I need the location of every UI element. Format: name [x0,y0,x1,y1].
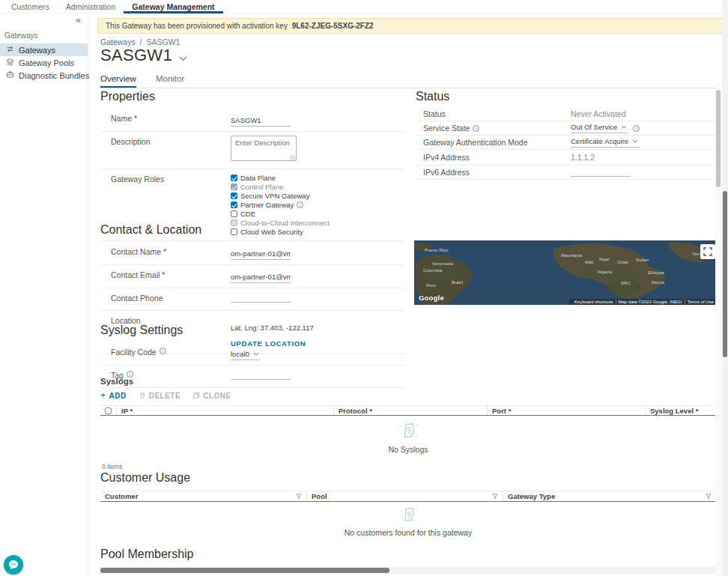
horizontal-scrollbar[interactable] [100,567,716,574]
info-icon[interactable] [160,348,166,354]
column-header-port[interactable]: Port * [488,406,646,415]
checkbox-data-plane[interactable]: Data Plane [231,174,404,182]
horizontal-scrollbar-thumb[interactable] [100,568,389,573]
help-chat-button[interactable] [4,555,23,575]
ipv6-input[interactable] [571,168,631,177]
activation-key: 9L62-ZJEG-5SXG-2FZ2 [292,22,374,30]
sidebar-item-label: Gateway Pools [19,58,74,67]
sidebar-item-label: Gateways [19,46,55,55]
filter-funnel-icon[interactable] [492,494,498,500]
sidebar-section-label: Gateways [4,31,88,40]
delete-syslog-button[interactable]: DELETE [139,392,181,400]
map-fullscreen-button[interactable] [700,244,715,259]
info-icon[interactable] [633,125,640,132]
service-state-select[interactable]: Out Of Service [571,123,628,133]
column-header-syslog-level[interactable]: Syslog Level * [646,406,716,415]
contact-name-input[interactable] [231,249,291,260]
content-vertical-scrollbar[interactable] [715,88,721,576]
map-label: Venezuela [432,261,454,266]
info-icon[interactable] [297,201,303,208]
name-input[interactable] [231,116,291,127]
map-label: Sudan [636,258,649,262]
contact-email-input[interactable] [231,273,291,283]
contact-name-row: Contact Name * [100,242,404,265]
map-label: DRC [621,281,631,285]
name-field-row: Name * [100,109,404,132]
sidebar: « Gateways Gateways Gateway Pools Diagno… [0,13,88,576]
nav-tab-gateway-management[interactable]: Gateway Management [124,0,222,13]
sidebar-item-gateways[interactable]: Gateways [0,43,88,56]
keyboard-shortcuts-link[interactable]: Keyboard shortcuts [572,300,616,304]
terms-of-use-link[interactable]: Terms of Use [685,300,716,304]
empty-state-text: No Syslogs [388,445,428,454]
description-textarea[interactable] [231,136,297,161]
syslogs-toolbar: ADD DELETE CLONE [100,390,716,401]
column-header-pool[interactable]: Pool [307,491,503,501]
column-header-protocol[interactable]: Protocol * [334,406,488,415]
column-header-customer[interactable]: Customer [100,491,307,501]
status-value: Never Activated [571,109,626,118]
map-label: Mauritania [561,253,583,258]
column-header-ip[interactable]: IP * [117,406,334,415]
nav-tab-administration[interactable]: Administration [58,0,124,13]
checkbox-cde[interactable]: CDE [231,210,404,218]
sidebar-item-gateway-pools[interactable]: Gateway Pools [0,56,88,69]
map-label: Chad [617,260,628,264]
checkbox-label: Data Plane [240,174,276,182]
sidebar-item-label: Diagnostic Bundles [19,71,89,80]
info-icon[interactable] [473,125,479,132]
page-title: SASGW1 [100,46,172,65]
tab-overview[interactable]: Overview [100,74,136,87]
resize-grip-icon[interactable] [290,155,295,160]
checkbox-secure-vpn-gateway[interactable]: Secure VPN Gateway [231,192,404,200]
checkbox-partner-gateway[interactable]: Partner Gateway [231,201,404,209]
facility-code-select[interactable]: local0 [231,350,261,360]
description-field-row: Description [100,132,404,169]
page-vertical-scrollbar[interactable] [722,0,728,576]
ipv6-row: IPv6 Address [416,166,719,180]
map-label: Mali [585,260,593,264]
contact-email-label: Contact Email * [111,269,231,283]
contact-phone-input[interactable] [231,294,291,303]
auth-mode-row: Gateway Authentication Mode Certificate … [416,136,719,150]
map-label: Puerto Rico [425,248,449,252]
properties-heading: Properties [100,90,404,103]
add-syslog-button[interactable]: ADD [100,390,127,401]
column-header-gateway-type[interactable]: Gateway Type [503,491,716,501]
checkbox-box [231,175,237,181]
ipv4-value: 1.1.1.2 [571,153,595,162]
syslog-settings-heading: Syslog Settings [100,324,404,337]
sidebar-item-diagnostic-bundles[interactable]: Diagnostic Bundles [0,69,88,82]
checkbox-label: Secure VPN Gateway [240,192,309,200]
tab-monitor[interactable]: Monitor [156,74,184,87]
title-dropdown-caret-icon[interactable] [179,47,187,64]
ipv6-label: IPv6 Address [423,168,571,177]
ipv4-row: IPv4 Address 1.1.1.2 [416,150,719,166]
location-map[interactable]: Puerto Rico Venezuela Colombia Peru Braz… [414,240,719,305]
customer-usage-empty-state: No customers found for this gateway [100,502,716,541]
syslogs-table-header: IP * Protocol * Port * Syslog Level * [100,405,716,416]
sidebar-collapse-button[interactable]: « [76,16,81,25]
content-scrollbar-thumb[interactable] [716,90,721,187]
clone-icon [192,392,200,399]
select-all-checkbox[interactable] [100,406,117,415]
page-scrollbar-thumb[interactable] [723,191,727,357]
map-label: Nigeria [598,270,613,274]
status-heading: Status [416,90,719,103]
checkbox-box [231,192,237,199]
google-logo[interactable]: Google [419,294,444,302]
fullscreen-icon [703,247,712,256]
auth-mode-select[interactable]: Certificate Acquire [571,137,640,148]
nav-tab-customers[interactable]: Customers [3,0,58,13]
properties-section: Properties Name * Description Gateway Ro… [100,90,404,241]
filter-funnel-icon[interactable] [296,494,302,500]
checkbox-control-plane[interactable]: Control Plane [231,183,404,191]
filter-funnel-icon[interactable] [706,494,712,500]
clone-syslog-button[interactable]: CLONE [192,392,231,400]
tabs-divider [100,88,716,88]
service-state-row: Service State Out Of Service [416,121,719,136]
customer-usage-section: Customer Usage Customer Pool Gateway Typ… [100,471,716,541]
map-label: Peru [426,283,436,288]
checkbox-box [231,201,237,208]
empty-state-text: No customers found for this gateway [345,528,472,537]
